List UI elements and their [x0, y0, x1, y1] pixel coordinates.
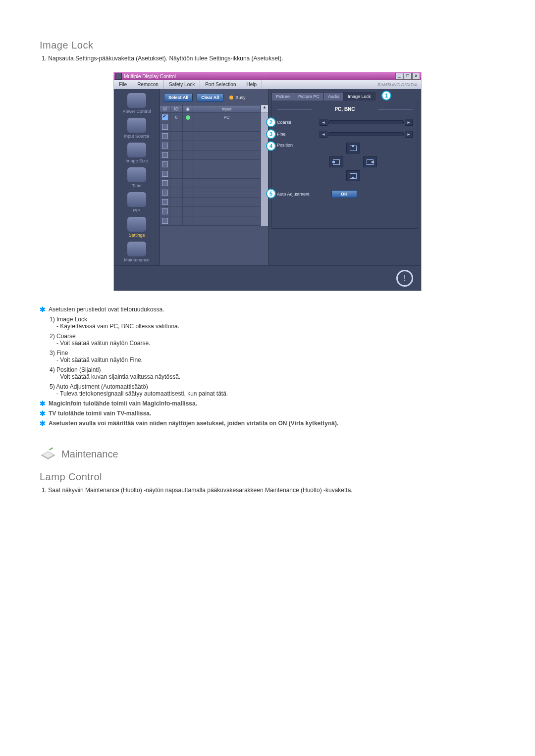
- tab-audio[interactable]: Audio: [323, 92, 344, 101]
- sidebar-item-image-size[interactable]: Image Size: [114, 142, 160, 166]
- status-dot-icon: [186, 115, 190, 120]
- col-header-check[interactable]: ☑: [160, 105, 170, 112]
- display-grid: ☑ ID ◉ Input 0 PC: [160, 105, 261, 226]
- col-header-status[interactable]: ◉: [183, 105, 193, 112]
- row-checkbox[interactable]: [162, 161, 168, 167]
- row-checkbox[interactable]: [162, 143, 168, 149]
- note-2-desc: - Voit säätää valitun näytön Coarse.: [56, 340, 495, 347]
- app-footer: !: [114, 265, 421, 291]
- table-row[interactable]: [160, 132, 261, 141]
- menu-port-selection[interactable]: Port Selection: [200, 80, 241, 89]
- sidebar-item-maintenance[interactable]: Maintenance: [114, 241, 160, 265]
- sidebar-item-input-source[interactable]: Input Source: [114, 117, 160, 142]
- table-row[interactable]: 0 PC: [160, 113, 261, 122]
- row-checkbox[interactable]: [162, 124, 168, 130]
- row-checkbox[interactable]: [162, 218, 168, 224]
- close-button[interactable]: ×: [412, 73, 420, 80]
- right-panel: Picture Picture PC Audio Image Lock 1 PC…: [268, 89, 421, 265]
- table-row[interactable]: [160, 188, 261, 198]
- row-checkbox[interactable]: [162, 208, 168, 214]
- sidebar-item-time[interactable]: Time: [114, 166, 160, 191]
- note-3-title: 3) Fine: [50, 350, 495, 356]
- row-checkbox[interactable]: [162, 199, 168, 205]
- table-row[interactable]: [160, 141, 261, 151]
- table-row[interactable]: [160, 207, 261, 216]
- coarse-slider[interactable]: ◄ ►: [320, 119, 413, 126]
- slider-track[interactable]: [328, 120, 404, 124]
- tab-image-lock[interactable]: Image Lock: [343, 92, 375, 101]
- star-icon: ✱: [40, 420, 46, 427]
- maximize-button[interactable]: □: [404, 73, 412, 80]
- arrow-right-icon[interactable]: ►: [405, 119, 413, 126]
- sidebar: Power Control Input Source Image Size Ti…: [114, 89, 160, 265]
- intro-number: 1.: [42, 55, 47, 62]
- callout-2: 2: [266, 117, 276, 127]
- row-checkbox[interactable]: [162, 133, 168, 139]
- scroll-track[interactable]: [261, 112, 268, 226]
- titlebar: Multiple Display Control _ □ ×: [114, 72, 421, 80]
- position-left-button[interactable]: [329, 156, 343, 167]
- callout-5: 5: [266, 189, 276, 199]
- menu-safety-lock[interactable]: Safety Lock: [164, 80, 200, 89]
- table-row[interactable]: [160, 179, 261, 188]
- info-icon[interactable]: !: [396, 270, 413, 287]
- fine-slider[interactable]: ◄ ►: [320, 131, 413, 138]
- maintenance-heading-icon: [40, 447, 56, 461]
- row-checkbox[interactable]: [162, 152, 168, 158]
- row-checkbox[interactable]: [162, 190, 168, 196]
- sidebar-label: Power Control: [114, 109, 160, 114]
- row-checkbox[interactable]: [162, 171, 168, 177]
- note-on: Asetusten avulla voi määrittää vain niid…: [49, 420, 495, 427]
- intro-text: Napsauta Settings-pääkuvaketta (Asetukse…: [48, 55, 283, 62]
- slider-track[interactable]: [328, 132, 404, 136]
- col-header-input[interactable]: Input: [193, 105, 261, 112]
- position-down-button[interactable]: [346, 170, 360, 181]
- position-control: [329, 143, 377, 181]
- maintenance-icon: [127, 242, 146, 256]
- table-row[interactable]: [160, 216, 261, 226]
- tab-bar: Picture Picture PC Audio Image Lock: [271, 92, 418, 101]
- table-row[interactable]: [160, 160, 261, 169]
- star-icon: ✱: [40, 400, 46, 407]
- intro-list: 1. Napsauta Settings-pääkuvaketta (Asetu…: [42, 55, 495, 62]
- app-window: Multiple Display Control _ □ × File Remo…: [113, 72, 422, 291]
- window-title: Multiple Display Control: [124, 74, 395, 79]
- row-checkbox[interactable]: [162, 180, 168, 186]
- sidebar-label: Image Size: [114, 158, 160, 163]
- center-pane: Select All Clear All Busy ☑ ID ◉ Input: [160, 89, 268, 265]
- ok-button[interactable]: OK: [331, 190, 357, 198]
- note-4-title: 4) Position (Sijainti): [50, 366, 495, 373]
- note-1-title: 1) Image Lock: [50, 316, 495, 323]
- row-checkbox[interactable]: [162, 114, 168, 120]
- busy-indicator: Busy: [229, 95, 245, 100]
- scroll-up-button[interactable]: ▲: [261, 105, 268, 112]
- tab-picture-pc[interactable]: Picture PC: [294, 92, 324, 101]
- arrow-right-icon[interactable]: ►: [405, 131, 413, 138]
- menu-file[interactable]: File: [114, 80, 132, 89]
- table-row[interactable]: [160, 198, 261, 207]
- arrow-left-icon[interactable]: ◄: [320, 119, 327, 126]
- menu-help[interactable]: Help: [241, 80, 262, 89]
- time-icon: [127, 167, 146, 182]
- table-row[interactable]: [160, 122, 261, 132]
- tab-picture[interactable]: Picture: [271, 92, 294, 101]
- clear-all-button[interactable]: Clear All: [197, 93, 223, 102]
- svg-rect-2: [49, 447, 54, 450]
- position-up-button[interactable]: [346, 143, 360, 153]
- arrow-left-icon[interactable]: ◄: [320, 131, 327, 138]
- col-header-id[interactable]: ID: [170, 105, 183, 112]
- select-all-button[interactable]: Select All: [164, 93, 193, 102]
- position-right-button[interactable]: [363, 156, 377, 167]
- menu-remocon[interactable]: Remocon: [132, 80, 164, 89]
- note-4-desc: - Voit säätää kuvan sijaintia valitussa …: [56, 373, 495, 380]
- sidebar-item-power-control[interactable]: Power Control: [114, 92, 160, 117]
- sidebar-item-pip[interactable]: PIP: [114, 191, 160, 216]
- minimize-button[interactable]: _: [395, 73, 403, 80]
- table-row[interactable]: [160, 169, 261, 179]
- maint-intro-number: 1.: [42, 487, 47, 494]
- image-lock-heading: Image Lock: [40, 40, 495, 51]
- table-row[interactable]: [160, 151, 261, 160]
- app-icon: [115, 73, 122, 80]
- sidebar-item-settings[interactable]: Settings: [114, 216, 160, 241]
- note-magicinfo: MagicInfoin tulolähde toimii vain MagicI…: [49, 400, 495, 407]
